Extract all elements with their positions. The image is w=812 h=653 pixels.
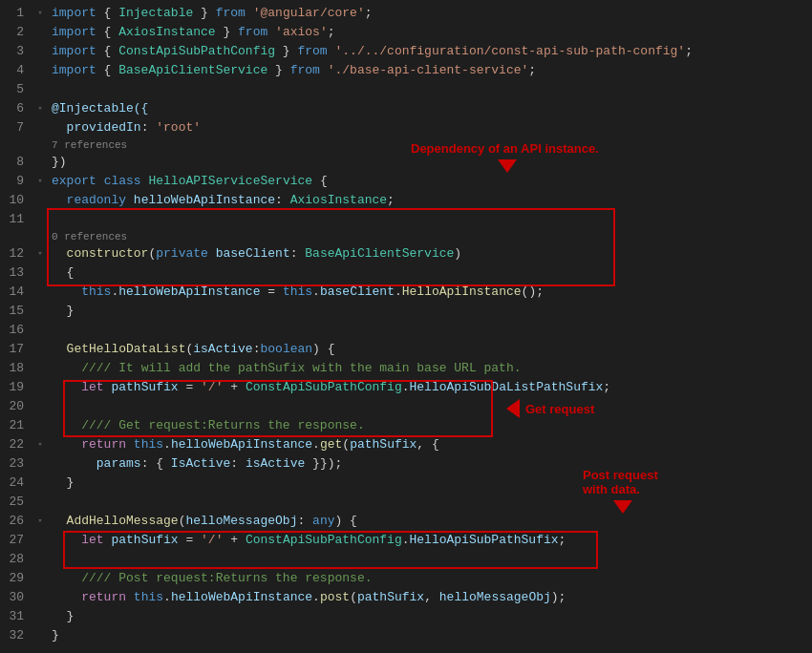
token: export — [52, 174, 96, 188]
line-number: 19 — [0, 378, 33, 397]
token: ; — [387, 193, 395, 207]
line-content: import { ConstApiSubPathConfig } from '.… — [47, 42, 812, 61]
line-content: //// Get request:Returns the response. — [47, 416, 812, 435]
token: //// — [81, 418, 111, 432]
table-row: 22▾ return this.helloWebApiInstance.get(… — [0, 435, 812, 454]
token: post — [320, 590, 350, 604]
table-row: 10 readonly helloWebApiInstance: AxiosIn… — [0, 191, 812, 210]
table-row: 23 params: { IsActive: isActive }}); — [0, 454, 812, 474]
token: AxiosInstance — [290, 193, 387, 207]
line-number: 27 — [0, 531, 33, 550]
token: Get request:Returns the response. — [111, 418, 364, 432]
line-number: 17 — [0, 340, 33, 359]
token — [267, 25, 275, 39]
token: import — [52, 25, 96, 39]
line-number: 25 — [0, 493, 33, 512]
collapse-arrow[interactable]: ▾ — [33, 99, 47, 118]
line-number: 2 — [0, 23, 33, 42]
token: = — [260, 284, 282, 299]
line-number: 23 — [0, 454, 33, 474]
token: 'root' — [156, 120, 201, 135]
table-row: 15 } — [0, 302, 812, 321]
token: Injectable — [118, 6, 193, 20]
line-number: 6 — [0, 99, 33, 118]
token: GetHelloDataList — [67, 342, 186, 356]
code-editor: 1▾import { Injectable } from '@angular/c… — [0, 0, 812, 649]
line-content: import { BaseApiClientService } from './… — [47, 61, 812, 80]
token: { — [67, 265, 75, 280]
table-row: 28 — [0, 550, 812, 569]
token: isActive — [246, 456, 305, 471]
token: ); — [551, 590, 566, 604]
token: { — [312, 174, 328, 188]
line-content: readonly helloWebApiInstance: AxiosInsta… — [47, 191, 812, 210]
token: } — [216, 25, 238, 39]
line-content: GetHelloDataList(isActive:boolean) { — [47, 340, 812, 359]
collapse-arrow[interactable]: ▾ — [33, 172, 47, 191]
collapse-arrow[interactable]: ▾ — [33, 512, 47, 531]
token: baseClient — [320, 284, 395, 299]
token: : — [275, 193, 290, 207]
token: + — [223, 380, 245, 394]
token: isActive — [193, 342, 252, 356]
ref-count-line8: 7 references — [47, 137, 127, 153]
line-number: 13 — [0, 263, 33, 283]
table-row: 16 — [0, 321, 812, 340]
line-number: 8 — [0, 153, 33, 172]
line-number: 29 — [0, 569, 33, 588]
token: . — [312, 590, 320, 604]
token: IsActive — [171, 456, 230, 471]
token: return — [81, 437, 126, 452]
token: }}); — [305, 456, 342, 471]
collapse-arrow[interactable]: ▾ — [33, 435, 47, 454]
line-number: 9 — [0, 172, 33, 191]
line-content: export class HelloAPIServiceService { — [47, 172, 812, 191]
token: from — [216, 6, 246, 20]
line-number: 18 — [0, 359, 33, 378]
line-content: } — [47, 607, 812, 626]
token: BaseApiClientService — [305, 246, 454, 261]
table-row: 20 — [0, 397, 812, 416]
collapse-arrow[interactable]: ▾ — [33, 4, 47, 23]
line-number: 3 — [0, 42, 33, 61]
token: @Injectable({ — [52, 101, 148, 116]
token: + — [223, 533, 245, 547]
table-row: 21 //// Get request:Returns the response… — [0, 416, 812, 435]
line-number: 31 — [0, 607, 33, 626]
line-number: 10 — [0, 191, 33, 210]
token: import — [52, 6, 96, 20]
token: It will add the pathSufix with the main … — [111, 361, 521, 375]
token: let — [81, 380, 103, 394]
token: } — [193, 6, 215, 20]
line-number: 5 — [0, 80, 33, 99]
token: ; — [559, 533, 566, 547]
table-row: 13 { — [0, 263, 812, 283]
token — [126, 590, 134, 604]
table-row: 25 — [0, 493, 812, 512]
line-number: 24 — [0, 474, 33, 493]
token: pathSufix — [111, 533, 178, 547]
token: ; — [365, 6, 373, 20]
token: providedIn — [67, 120, 141, 135]
line-content: let pathSufix = '/' + ConstApiSubPathCon… — [47, 531, 812, 550]
table-row: 19 let pathSufix = '/' + ConstApiSubPath… — [0, 378, 812, 397]
token: } — [275, 44, 297, 58]
table-row: 6▾@Injectable({ — [0, 99, 812, 118]
line-number: 28 — [0, 550, 33, 569]
line-content: return this.helloWebApiInstance.post(pat… — [47, 588, 812, 607]
token: '/' — [201, 533, 223, 547]
token: return — [81, 590, 126, 604]
collapse-arrow[interactable]: ▾ — [33, 244, 47, 263]
line-content: AddHelloMessage(helloMessageObj: any) { — [47, 512, 812, 531]
token: { — [96, 25, 118, 39]
token: : — [290, 246, 306, 261]
token: ) { — [312, 342, 334, 356]
token: } — [67, 475, 75, 490]
token: . — [163, 590, 171, 604]
token: '../../configuration/const-api-sub-path-… — [334, 44, 685, 58]
token: import — [52, 44, 96, 58]
line-number: 12 — [0, 244, 33, 263]
line-number: 32 — [0, 626, 33, 645]
token: 'axios' — [275, 25, 328, 39]
token: } — [267, 63, 289, 77]
